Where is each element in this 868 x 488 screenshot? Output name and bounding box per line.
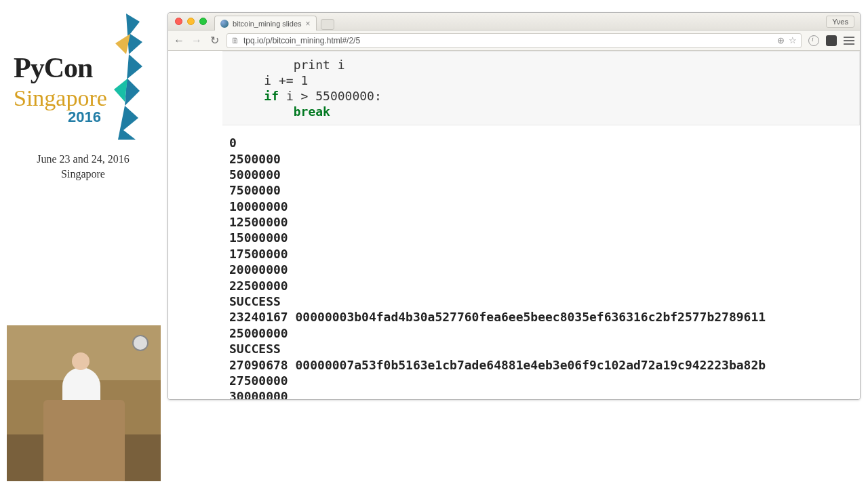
event-date: June 23 and 24, 2016 Singapore — [0, 152, 166, 181]
dancer-icon — [110, 11, 148, 141]
address-bar[interactable]: 🗎 ⊕ ☆ — [226, 33, 802, 48]
page-icon: 🗎 — [231, 36, 239, 45]
tab-title: bitcoin_mining slides — [233, 20, 302, 28]
zoom-icon[interactable]: ⊕ — [777, 35, 785, 45]
output-cell: 0 2500000 5000000 7500000 10000000 12500… — [229, 135, 860, 399]
browser-window: bitcoin_mining slides × Yves ← → ↻ 🗎 ⊕ ☆… — [167, 12, 861, 400]
tab-strip: bitcoin_mining slides × — [214, 16, 334, 30]
speaker-body — [62, 367, 100, 404]
event-date-line1: June 23 and 24, 2016 — [0, 152, 166, 167]
forward-button[interactable]: → — [191, 35, 202, 46]
clock-icon — [132, 335, 149, 351]
event-sidebar: PyCon Singapore 2016 June 23 and 24, 201… — [0, 0, 166, 488]
url-input[interactable] — [243, 36, 773, 45]
svg-marker-2 — [125, 54, 142, 106]
tab-close-button[interactable]: × — [306, 20, 311, 28]
window-controls — [175, 18, 207, 25]
logo-year: 2016 — [68, 108, 101, 126]
svg-marker-1 — [115, 34, 130, 54]
pycon-logo: PyCon Singapore 2016 — [12, 9, 153, 145]
logo-subtitle: Singapore — [14, 85, 107, 111]
event-date-line2: Singapore — [0, 167, 166, 182]
svg-marker-4 — [118, 106, 138, 140]
podium — [43, 400, 125, 481]
bookmark-icon[interactable]: ☆ — [789, 35, 797, 45]
favicon-icon — [220, 20, 229, 28]
minimize-window-button[interactable] — [187, 18, 195, 25]
back-button[interactable]: ← — [174, 35, 184, 46]
profile-button[interactable]: Yves — [826, 16, 854, 28]
reload-button[interactable]: ↻ — [209, 35, 220, 46]
browser-toolbar: ← → ↻ 🗎 ⊕ ☆ — [168, 30, 860, 51]
svg-marker-0 — [126, 14, 142, 54]
extension-icon[interactable] — [826, 35, 837, 46]
code-cell: print i i += 1 if i > 55000000: break — [222, 51, 860, 125]
new-tab-button[interactable] — [321, 19, 334, 30]
logo-title: PyCon — [14, 52, 92, 84]
speaker-video — [7, 325, 161, 481]
close-window-button[interactable] — [175, 18, 182, 25]
maximize-window-button[interactable] — [199, 18, 207, 25]
speaker-head — [72, 352, 90, 370]
page-content: print i i += 1 if i > 55000000: break 0 … — [168, 51, 860, 399]
toolbar-right — [808, 35, 854, 46]
window-titlebar: bitcoin_mining slides × Yves — [168, 13, 860, 30]
menu-button[interactable] — [844, 37, 854, 45]
browser-tab[interactable]: bitcoin_mining slides × — [214, 16, 317, 30]
info-extension-icon[interactable] — [808, 35, 819, 46]
